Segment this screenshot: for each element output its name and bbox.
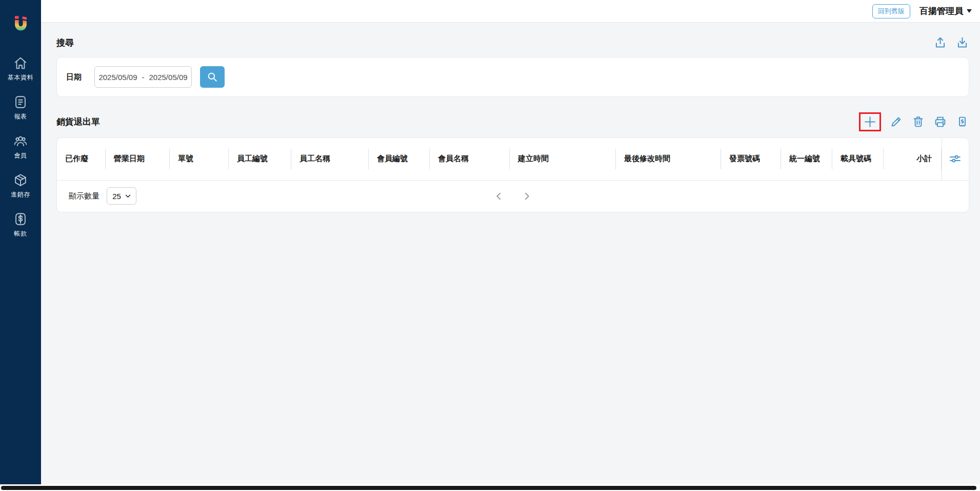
sidebar-item-label: 帳款 bbox=[14, 229, 27, 238]
sidebar-item-inventory[interactable]: 進銷存 bbox=[0, 172, 41, 199]
sidebar-item-reports[interactable]: 報表 bbox=[0, 94, 41, 121]
column-settings-icon bbox=[949, 152, 962, 165]
column-header: 員工名稱 bbox=[291, 138, 369, 180]
search-button[interactable] bbox=[200, 66, 225, 88]
sidebar-item-label: 報表 bbox=[14, 112, 27, 121]
column-header: 小計 bbox=[884, 138, 942, 180]
sidebar: 基本資料 報表 會員 bbox=[0, 0, 41, 491]
report-icon bbox=[13, 94, 28, 110]
date-label: 日期 bbox=[66, 72, 82, 82]
sidebar-item-basic-data[interactable]: 基本資料 bbox=[0, 55, 41, 82]
dollar-icon bbox=[13, 211, 28, 227]
horizontal-scrollbar bbox=[0, 484, 980, 491]
column-header: 員工編號 bbox=[229, 138, 291, 180]
search-panel: 日期 2025/05/09 - 2025/05/09 bbox=[56, 57, 969, 97]
column-header: 會員名稱 bbox=[430, 138, 510, 180]
sidebar-item-label: 基本資料 bbox=[8, 73, 33, 82]
date-to-value: 2025/05/09 bbox=[149, 73, 188, 82]
add-button[interactable] bbox=[863, 115, 877, 129]
home-icon bbox=[13, 55, 28, 71]
column-header: 載具號碼 bbox=[832, 138, 884, 180]
column-settings-button[interactable] bbox=[949, 152, 962, 165]
returns-table: 已作廢 營業日期 單號 員工編號 員工名稱 會員編號 會員名稱 建立時間 最後修… bbox=[57, 138, 969, 181]
date-separator: - bbox=[142, 73, 145, 82]
content: 搜尋 bbox=[41, 23, 980, 212]
chevron-left-icon bbox=[494, 192, 503, 201]
topbar: 回到舊版 百揚管理員 bbox=[41, 0, 980, 23]
column-header: 發票號碼 bbox=[721, 138, 781, 180]
members-icon bbox=[13, 133, 28, 149]
column-header: 單號 bbox=[170, 138, 229, 180]
column-header: 營業日期 bbox=[106, 138, 170, 180]
column-header: 統一編號 bbox=[781, 138, 832, 180]
plus-icon bbox=[863, 115, 877, 129]
sidebar-nav: 基本資料 報表 會員 bbox=[0, 55, 41, 250]
scrollbar-thumb[interactable] bbox=[1, 486, 976, 490]
column-settings-cell bbox=[942, 138, 969, 180]
column-header: 已作廢 bbox=[57, 138, 106, 180]
upload-button[interactable] bbox=[933, 36, 947, 50]
edit-button[interactable] bbox=[889, 115, 903, 129]
column-header: 最後修改時間 bbox=[616, 138, 721, 180]
app-window: 基本資料 報表 會員 bbox=[0, 0, 980, 491]
app-logo[interactable] bbox=[9, 12, 32, 35]
user-name: 百揚管理員 bbox=[919, 5, 963, 17]
sidebar-item-label: 會員 bbox=[14, 151, 27, 160]
invoice-button[interactable]: $ bbox=[955, 115, 969, 129]
receipt-dollar-icon: $ bbox=[955, 115, 969, 129]
search-section-title: 搜尋 bbox=[56, 37, 74, 49]
sidebar-item-label: 進銷存 bbox=[11, 190, 30, 199]
download-icon bbox=[955, 36, 969, 50]
search-icon bbox=[206, 70, 219, 84]
main-area: 回到舊版 百揚管理員 搜尋 bbox=[41, 0, 980, 491]
column-header: 會員編號 bbox=[369, 138, 430, 180]
date-range-input[interactable]: 2025/05/09 - 2025/05/09 bbox=[94, 66, 192, 88]
caret-down-icon bbox=[967, 9, 972, 13]
prev-page-button[interactable] bbox=[494, 192, 503, 201]
date-from-value: 2025/05/09 bbox=[98, 73, 137, 82]
download-button[interactable] bbox=[955, 36, 969, 50]
page-size-value: 25 bbox=[112, 192, 121, 201]
table-header-row: 已作廢 營業日期 單號 員工編號 員工名稱 會員編號 會員名稱 建立時間 最後修… bbox=[57, 138, 969, 180]
returns-table-panel: 已作廢 營業日期 單號 員工編號 員工名稱 會員編號 會員名稱 建立時間 最後修… bbox=[56, 138, 969, 212]
upload-icon bbox=[933, 36, 947, 50]
package-icon bbox=[13, 172, 28, 188]
trash-icon bbox=[911, 115, 925, 129]
svg-text:$: $ bbox=[961, 119, 964, 124]
chevron-right-icon bbox=[523, 192, 531, 201]
table-section-title: 銷貨退出單 bbox=[56, 116, 100, 128]
page-size-select[interactable]: 25 bbox=[107, 187, 136, 205]
sidebar-item-members[interactable]: 會員 bbox=[0, 133, 41, 160]
pagination: 顯示數量 25 bbox=[57, 181, 969, 212]
pencil-icon bbox=[889, 115, 903, 129]
chevron-down-icon bbox=[125, 194, 131, 198]
sidebar-item-accounts[interactable]: 帳款 bbox=[0, 211, 41, 238]
delete-button[interactable] bbox=[911, 115, 925, 129]
next-page-button[interactable] bbox=[523, 192, 531, 201]
page-size-label: 顯示數量 bbox=[69, 191, 99, 201]
print-button[interactable] bbox=[933, 115, 947, 129]
add-button-highlight bbox=[859, 112, 881, 131]
user-menu[interactable]: 百揚管理員 bbox=[919, 5, 972, 17]
printer-icon bbox=[933, 115, 947, 129]
column-header: 建立時間 bbox=[510, 138, 616, 180]
back-to-old-version-button[interactable]: 回到舊版 bbox=[872, 4, 910, 18]
